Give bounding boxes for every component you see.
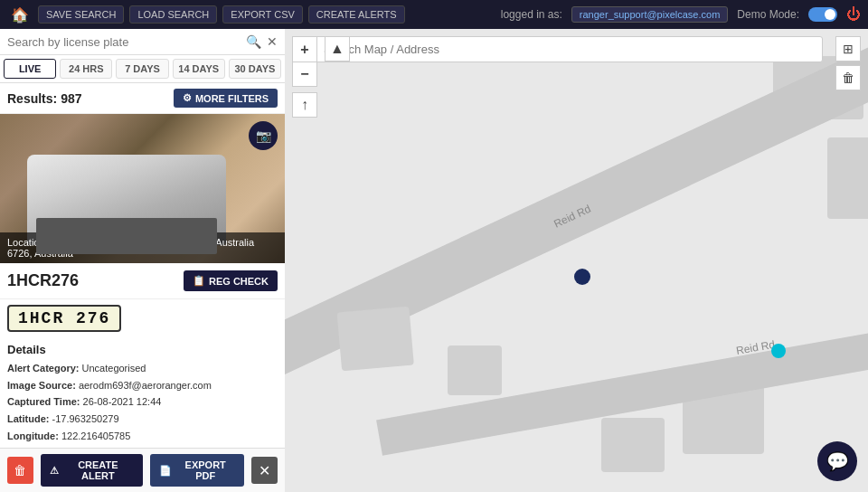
more-filters-button[interactable]: ⚙ MORE FILTERS: [174, 89, 278, 108]
plate-section: 1HCR276 📋 REG CHECK: [0, 263, 285, 299]
time-tabs: LIVE 24 HRS 7 DAYS 14 DAYS 30 DAYS: [0, 55, 285, 83]
clear-icon[interactable]: ✕: [267, 34, 278, 49]
map-search-input[interactable]: [324, 43, 815, 56]
image-source-row: Image Source: aerodm693f@aeroranger.com: [7, 377, 278, 394]
demo-mode-label: Demo Mode:: [737, 8, 799, 21]
license-plate: 1HCR 276: [7, 305, 121, 332]
camera-icon[interactable]: 📷: [249, 121, 278, 150]
home-button[interactable]: 🏠: [7, 6, 33, 24]
topbar: 🏠 SAVE SEARCH LOAD SEARCH EXPORT CSV CRE…: [0, 0, 868, 29]
delete-button[interactable]: 🗑: [7, 457, 33, 484]
map-layer-button[interactable]: ▲: [325, 36, 350, 62]
filter-icon: ⚙: [183, 92, 192, 104]
captured-time-value: 26-08-2021 12:44: [83, 396, 162, 407]
logged-in-label: logged in as:: [501, 8, 562, 21]
captured-time-row: Captured Time: 26-08-2021 12:44: [7, 393, 278, 411]
tab-30days[interactable]: 30 DAYS: [229, 59, 281, 79]
license-plate-container: 1HCR 276: [0, 299, 285, 337]
map-zoom-out[interactable]: −: [292, 62, 317, 87]
export-pdf-button[interactable]: 📄 EXPORT PDF: [150, 454, 244, 487]
tab-7days[interactable]: 7 DAYS: [116, 59, 168, 79]
car-card: 📷 Location: 12 Reid Road, Cable Beach We…: [0, 114, 285, 263]
svg-rect-2: [827, 137, 868, 219]
reg-check-icon: 📋: [193, 275, 205, 287]
alert-category-label: Alert Category:: [7, 363, 79, 374]
alert-category-value: Uncategorised: [82, 363, 146, 374]
alert-icon: ⚠: [50, 465, 59, 477]
left-panel: 🔍 ✕ LIVE 24 HRS 7 DAYS 14 DAYS 30 DAYS R…: [0, 29, 285, 492]
load-search-button[interactable]: LOAD SEARCH: [129, 5, 217, 24]
image-source-value: aerodm693f@aeroranger.com: [79, 380, 212, 391]
power-button[interactable]: ⏻: [846, 6, 861, 23]
search-bar: 🔍 ✕: [0, 29, 285, 55]
user-email: ranger_support@pixelcase.com: [571, 6, 728, 23]
map-compass[interactable]: ↑: [292, 92, 317, 118]
map-right-controls: ⊞ 🗑: [835, 36, 861, 90]
map-search-bar: 🔍: [292, 36, 823, 62]
svg-rect-9: [337, 307, 414, 372]
svg-rect-4: [601, 418, 665, 472]
car-image: 📷 Location: 12 Reid Road, Cable Beach We…: [0, 114, 285, 263]
alert-category-row: Alert Category: Uncategorised: [7, 360, 278, 377]
results-header: Results: 987 ⚙ MORE FILTERS: [0, 83, 285, 114]
export-csv-button[interactable]: EXPORT CSV: [222, 5, 303, 24]
map-svg: Reid Rd Reid Rd: [285, 29, 868, 492]
tab-24hrs[interactable]: 24 HRS: [60, 59, 112, 79]
map-trash-button[interactable]: 🗑: [835, 65, 861, 90]
demo-mode-toggle[interactable]: [808, 7, 837, 22]
plate-number: 1HCR276: [7, 271, 79, 290]
create-alert-button[interactable]: ⚠ CREATE ALERT: [41, 454, 143, 487]
longitude-row: Longitude: 122.216405785: [7, 428, 278, 445]
save-search-button[interactable]: SAVE SEARCH: [38, 5, 124, 24]
create-alerts-button[interactable]: CREATE ALERTS: [308, 5, 405, 24]
details-section: Details Alert Category: Uncategorised Im…: [0, 337, 285, 448]
tab-live[interactable]: LIVE: [4, 59, 56, 79]
bottom-bar: 🗑 ⚠ CREATE ALERT 📄 EXPORT PDF ✕: [0, 448, 285, 492]
map-bookmark-button[interactable]: ⊞: [835, 36, 861, 62]
search-input[interactable]: [7, 35, 241, 49]
map-zoom-controls: + − ↑: [292, 36, 317, 119]
results-count: Results: 987: [7, 91, 81, 106]
svg-rect-10: [448, 345, 502, 395]
chat-bubble[interactable]: 💬: [817, 441, 857, 481]
map-zoom-in[interactable]: +: [292, 36, 317, 62]
image-source-label: Image Source:: [7, 380, 76, 391]
latitude-row: Latitude: -17.963250279: [7, 411, 278, 428]
details-title: Details: [7, 343, 278, 356]
search-icon[interactable]: 🔍: [246, 34, 261, 49]
car-location: Location: 12 Reid Road, Cable Beach West…: [0, 232, 285, 263]
export-icon: 📄: [159, 465, 172, 477]
latitude-value: -17.963250279: [52, 413, 119, 424]
map-dot-1: [574, 269, 590, 285]
tab-14days[interactable]: 14 DAYS: [173, 59, 225, 79]
close-button[interactable]: ✕: [251, 457, 278, 484]
captured-time-label: Captured Time:: [7, 396, 80, 407]
longitude-value: 122.216405785: [61, 430, 130, 441]
reg-check-button[interactable]: 📋 REG CHECK: [184, 270, 278, 291]
latitude-label: Latitude:: [7, 413, 49, 424]
longitude-label: Longitude:: [7, 430, 59, 441]
map-dot-2: [771, 344, 786, 358]
map-area: Reid Rd Reid Rd 🔍 + − ↑ ▲ ⊞ 🗑: [285, 29, 868, 492]
layer-control: ▲: [325, 36, 350, 63]
